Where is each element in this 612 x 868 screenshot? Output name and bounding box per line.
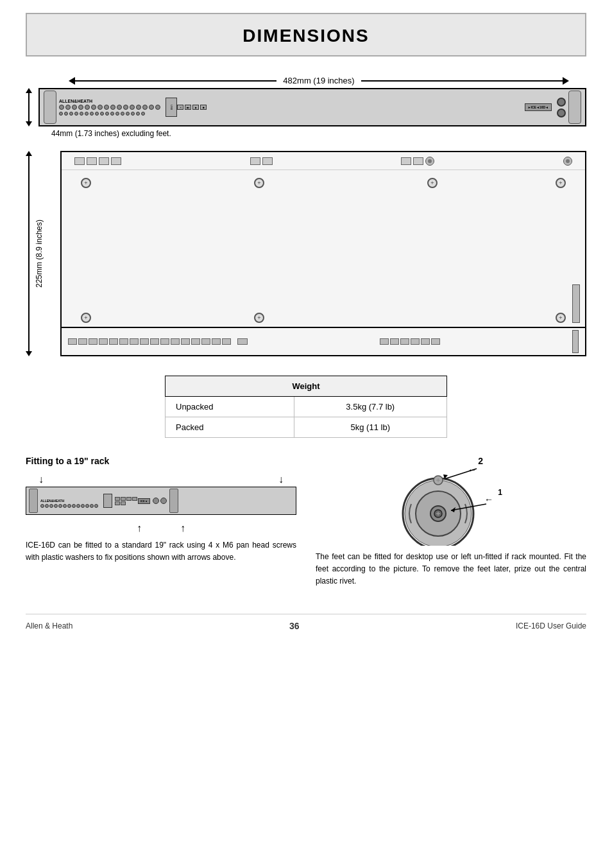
out-conn-3 xyxy=(400,338,409,345)
fitting-title: Fitting to a 19" rack xyxy=(26,456,296,466)
weight-label-unpacked: Unpacked xyxy=(166,397,294,417)
fitting-right: 2 ← 1 ← xyxy=(316,456,586,588)
screw-tr xyxy=(556,178,566,188)
mini-brand-knobs: ALLEN&HEATH xyxy=(40,494,98,508)
brand-label: ALLEN&HEATH xyxy=(59,99,160,103)
connector-rect-8 xyxy=(413,157,423,165)
arrow-left-head xyxy=(69,77,75,85)
screw-br xyxy=(556,313,566,323)
foot-diagram-container: 2 ← 1 ← xyxy=(316,456,586,546)
xlr-6 xyxy=(119,338,128,345)
xlr-1 xyxy=(68,338,77,345)
height-arrow-front xyxy=(26,88,32,126)
mini-corner-left xyxy=(29,489,38,513)
small-knob-3 xyxy=(69,112,73,116)
input-knob-12 xyxy=(130,105,135,110)
small-knob-10 xyxy=(105,112,109,116)
input-knob-6 xyxy=(91,105,96,110)
mini-panel-container: ↓ ↓ ALLEN&HEATH xyxy=(26,474,296,534)
input-knob-7 xyxy=(98,105,103,110)
mk7 xyxy=(67,504,71,508)
top-connector-row xyxy=(62,152,585,170)
xlr-10 xyxy=(160,338,169,345)
mk3 xyxy=(49,504,53,508)
mk11 xyxy=(85,504,89,508)
xlr-3 xyxy=(89,338,98,345)
arrow-line-right xyxy=(361,80,563,82)
mini-right-knobs xyxy=(153,498,167,504)
screw-tl xyxy=(81,178,91,188)
small-knob-16 xyxy=(136,112,140,116)
connector-circ-1 xyxy=(425,157,434,166)
connector-rect-5 xyxy=(250,157,260,165)
small-knob-4 xyxy=(74,112,78,116)
weight-value-packed: 5kg (11 lb) xyxy=(294,417,446,438)
panel-corner-right xyxy=(568,91,581,124)
mini-knob-lg-2 xyxy=(160,498,167,504)
mini-btn-5 xyxy=(115,501,120,505)
xlr-13 xyxy=(191,338,200,345)
xlr-row xyxy=(68,338,231,345)
footer-right: ICE-16D User Guide xyxy=(516,621,586,630)
screw-tm xyxy=(254,178,264,188)
usb-bottom xyxy=(237,338,248,345)
btn-rew: ⏮ xyxy=(185,105,191,110)
page-footer: Allen & Heath 36 ICE-16D User Guide xyxy=(26,614,586,631)
xlr-5 xyxy=(109,338,118,345)
xlr-7 xyxy=(130,338,139,345)
connector-group-3 xyxy=(401,157,434,166)
connector-rect-3 xyxy=(99,157,109,165)
out-conn-6 xyxy=(431,338,440,345)
foot-svg: 2 ← 1 ← xyxy=(387,456,515,546)
arrow-line-left xyxy=(75,80,276,82)
out-conn-2 xyxy=(390,338,399,345)
mini-transport-btns xyxy=(115,497,138,505)
height-note: 44mm (1.73 inches) excluding feet. xyxy=(51,129,586,138)
small-knob-12 xyxy=(115,112,119,116)
mk5 xyxy=(58,504,62,508)
side-dimension-label: 225mm (8.9 inches) xyxy=(35,220,44,288)
xlr-15 xyxy=(212,338,221,345)
screw-bm xyxy=(254,313,264,323)
connector-rect-2 xyxy=(87,157,97,165)
mini-brand: ALLEN&HEATH xyxy=(40,499,64,503)
screw-bl xyxy=(81,313,91,323)
small-knob-17 xyxy=(141,112,145,116)
mini-corner-right xyxy=(169,489,178,513)
footer-page-number: 36 xyxy=(289,621,300,631)
mk8 xyxy=(72,504,76,508)
input-knob-8 xyxy=(104,105,109,110)
small-knob-2 xyxy=(64,112,68,116)
input-knob-9 xyxy=(110,105,115,110)
input-knob-2 xyxy=(65,105,71,110)
top-arrows-row: ↓ ↓ xyxy=(26,474,296,485)
connector-rect-4 xyxy=(111,157,121,165)
mini-btn-1 xyxy=(115,497,120,501)
mini-btn-6 xyxy=(121,501,126,505)
transport-buttons: ✕ ⏮ ▶ ⏺ xyxy=(177,105,207,110)
mk2 xyxy=(45,504,49,508)
bottom-arrows-row: ↑ ↑ xyxy=(26,523,296,534)
output-conn-row xyxy=(380,338,440,345)
mini-btn-2 xyxy=(121,497,126,501)
arrowhead-down xyxy=(26,121,32,126)
connector-rect-6 xyxy=(262,157,273,165)
input-knob-15 xyxy=(149,105,154,110)
small-knob-14 xyxy=(126,112,130,116)
weight-row-unpacked: Unpacked 3.5kg (7.7 lb) xyxy=(166,397,447,417)
mini-usb xyxy=(103,494,112,508)
out-conn-1 xyxy=(380,338,389,345)
panel-right-area: ►ICE◄16D◄ xyxy=(525,98,566,117)
small-knob-1 xyxy=(59,112,63,116)
fitting-left: Fitting to a 19" rack ↓ ↓ ALLEN&HEATH xyxy=(26,456,296,588)
small-knob-8 xyxy=(95,112,99,116)
screw-tr2 xyxy=(427,178,438,188)
input-knob-10 xyxy=(117,105,122,110)
input-knob-14 xyxy=(142,105,148,110)
xlr-12 xyxy=(181,338,190,345)
small-knob-5 xyxy=(80,112,83,116)
weight-row-packed: Packed 5kg (11 lb) xyxy=(166,417,447,438)
mk12 xyxy=(90,504,94,508)
arrow-down-1: ↓ xyxy=(38,474,44,485)
mk4 xyxy=(54,504,58,508)
